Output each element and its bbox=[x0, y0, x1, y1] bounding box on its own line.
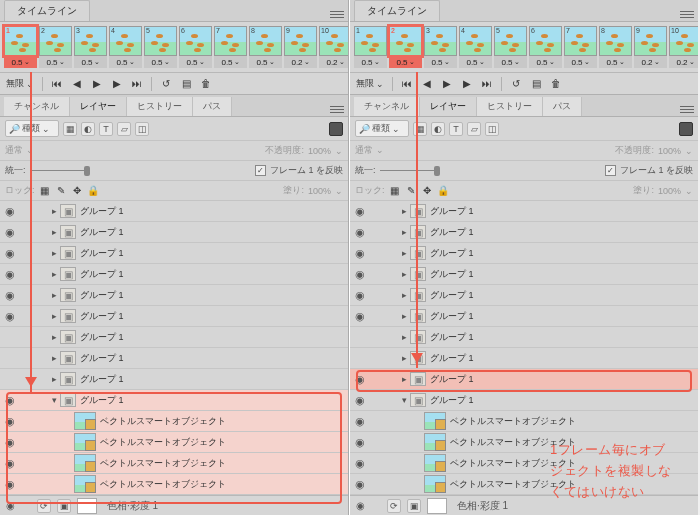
opacity-value[interactable]: 100% bbox=[658, 146, 681, 156]
disclosure-icon[interactable]: ▸ bbox=[398, 353, 410, 363]
tween-icon[interactable]: ↺ bbox=[510, 78, 522, 90]
layer-name[interactable]: グループ 1 bbox=[430, 394, 694, 407]
layer-name[interactable]: グループ 1 bbox=[430, 205, 694, 218]
tab-timeline[interactable]: タイムライン bbox=[4, 0, 90, 21]
timeline-frame[interactable]: 100.2⌄ bbox=[319, 26, 348, 68]
frame-duration[interactable]: 0.5⌄ bbox=[599, 56, 632, 68]
lock-transparent-icon[interactable]: ▦ bbox=[39, 185, 51, 197]
layer-smart-row[interactable]: ◉ベクトルスマートオブジェクト bbox=[0, 432, 348, 453]
prev-frame-icon[interactable]: ◀ bbox=[71, 78, 83, 90]
layer-group-row[interactable]: ◉▾▣グループ 1 bbox=[0, 390, 348, 411]
layer-name[interactable]: ベクトルスマートオブジェクト bbox=[450, 415, 694, 428]
panel-menu-icon[interactable] bbox=[330, 102, 344, 116]
frame-duration[interactable]: 0.5⌄ bbox=[564, 56, 597, 68]
visibility-toggle[interactable]: ◉ bbox=[0, 415, 20, 428]
visibility-toggle[interactable]: ◉ bbox=[350, 205, 370, 218]
blend-mode-dropdown[interactable]: 通常 ⌄ bbox=[355, 144, 384, 157]
visibility-toggle[interactable]: ◉ bbox=[350, 415, 370, 428]
play-icon[interactable]: ▶ bbox=[441, 78, 453, 90]
disclosure-icon[interactable]: ▸ bbox=[48, 332, 60, 342]
layer-smart-row[interactable]: ◉ベクトルスマートオブジェクト bbox=[0, 474, 348, 495]
frame-duration[interactable]: 0.5⌄ bbox=[39, 56, 72, 68]
frame-duration[interactable]: 0.5⌄ bbox=[424, 56, 457, 68]
layer-smart-row[interactable]: ◉ベクトルスマートオブジェクト bbox=[0, 411, 348, 432]
filter-pixel-icon[interactable]: ▦ bbox=[63, 122, 77, 136]
tab-channels[interactable]: チャンネル bbox=[354, 97, 420, 116]
disclosure-icon[interactable]: ▸ bbox=[48, 290, 60, 300]
disclosure-icon[interactable]: ▸ bbox=[48, 353, 60, 363]
new-frame-icon[interactable]: ▤ bbox=[530, 78, 542, 90]
link-icon[interactable]: ⟳ bbox=[37, 499, 51, 513]
opacity-value[interactable]: 100% bbox=[308, 146, 331, 156]
layer-group-row[interactable]: ◉▸▣グループ 1 bbox=[350, 285, 698, 306]
frame-duration[interactable]: 0.5⌄ bbox=[529, 56, 562, 68]
tab-paths[interactable]: パス bbox=[543, 97, 582, 116]
timeline-frame[interactable]: 100.2⌄ bbox=[669, 26, 698, 68]
tab-layers[interactable]: レイヤー bbox=[70, 97, 127, 116]
filter-toggle[interactable] bbox=[329, 122, 343, 136]
disclosure-icon[interactable]: ▸ bbox=[398, 227, 410, 237]
layer-group-row[interactable]: ▸▣グループ 1 bbox=[0, 369, 348, 390]
panel-menu-icon[interactable] bbox=[680, 7, 694, 21]
filter-adjust-icon[interactable]: ◐ bbox=[81, 122, 95, 136]
layer-name[interactable]: グループ 1 bbox=[80, 373, 344, 386]
layer-group-row[interactable]: ◉▸▣グループ 1 bbox=[0, 222, 348, 243]
timeline-frame[interactable]: 50.5⌄ bbox=[494, 26, 527, 68]
layer-group-row[interactable]: ◉▸▣グループ 1 bbox=[350, 264, 698, 285]
layer-group-row[interactable]: ◉▸▣グループ 1 bbox=[0, 264, 348, 285]
layer-group-row[interactable]: ◉▸▣グループ 1 bbox=[0, 243, 348, 264]
tab-paths[interactable]: パス bbox=[193, 97, 232, 116]
layer-group-row[interactable]: ◉▸▣グループ 1 bbox=[350, 243, 698, 264]
layer-name[interactable]: グループ 1 bbox=[80, 331, 344, 344]
disclosure-icon[interactable]: ▾ bbox=[398, 395, 410, 405]
layer-name[interactable]: グループ 1 bbox=[80, 226, 344, 239]
tab-timeline[interactable]: タイムライン bbox=[354, 0, 440, 21]
delete-frame-icon[interactable]: 🗑 bbox=[550, 78, 562, 90]
layer-group-row[interactable]: ◉▸▣グループ 1 bbox=[350, 369, 698, 390]
timeline-frame[interactable]: 30.5⌄ bbox=[74, 26, 107, 68]
filter-smart-icon[interactable]: ◫ bbox=[135, 122, 149, 136]
layer-group-row[interactable]: ◉▸▣グループ 1 bbox=[350, 306, 698, 327]
layer-name[interactable]: グループ 1 bbox=[80, 394, 344, 407]
disclosure-icon[interactable]: ▸ bbox=[398, 374, 410, 384]
hue-layer-name[interactable]: 色相·彩度 1 bbox=[457, 499, 508, 513]
layer-name[interactable]: グループ 1 bbox=[430, 247, 694, 260]
layer-group-row[interactable]: ◉▾▣グループ 1 bbox=[350, 390, 698, 411]
visibility-toggle[interactable]: ◉ bbox=[350, 373, 370, 386]
layer-name[interactable]: グループ 1 bbox=[430, 289, 694, 302]
frame-duration[interactable]: 0.5⌄ bbox=[494, 56, 527, 68]
timeline-frame[interactable]: 10.5⌄ bbox=[354, 26, 387, 68]
layer-group-row[interactable]: ◉▸▣グループ 1 bbox=[0, 306, 348, 327]
layer-name[interactable]: グループ 1 bbox=[430, 373, 694, 386]
panel-menu-icon[interactable] bbox=[330, 7, 344, 21]
disclosure-icon[interactable]: ▸ bbox=[48, 206, 60, 216]
layer-smart-row[interactable]: ◉ベクトルスマートオブジェクト bbox=[350, 411, 698, 432]
frame-duration[interactable]: 0.2⌄ bbox=[634, 56, 667, 68]
frame-duration[interactable]: 0.5⌄ bbox=[214, 56, 247, 68]
layer-name[interactable]: ベクトルスマートオブジェクト bbox=[100, 478, 344, 491]
timeline-frame[interactable]: 70.5⌄ bbox=[214, 26, 247, 68]
timeline-frame[interactable]: 80.5⌄ bbox=[249, 26, 282, 68]
filter-adjust-icon[interactable]: ◐ bbox=[431, 122, 445, 136]
layer-name[interactable]: グループ 1 bbox=[430, 268, 694, 281]
layer-name[interactable]: グループ 1 bbox=[80, 310, 344, 323]
first-frame-icon[interactable]: ⏮ bbox=[401, 78, 413, 90]
tween-icon[interactable]: ↺ bbox=[160, 78, 172, 90]
timeline-frame[interactable]: 30.5⌄ bbox=[424, 26, 457, 68]
visibility-toggle[interactable]: ◉ bbox=[0, 268, 20, 281]
frame1-checkbox[interactable]: ✓ bbox=[605, 165, 616, 176]
tab-layers[interactable]: レイヤー bbox=[420, 97, 477, 116]
disclosure-icon[interactable]: ▸ bbox=[398, 206, 410, 216]
visibility-toggle[interactable]: ◉ bbox=[0, 394, 20, 407]
layer-group-row[interactable]: ◉▸▣グループ 1 bbox=[0, 285, 348, 306]
visibility-toggle[interactable]: ◉ bbox=[350, 436, 370, 449]
disclosure-icon[interactable]: ▸ bbox=[48, 227, 60, 237]
frame-duration[interactable]: 0.5⌄ bbox=[249, 56, 282, 68]
visibility-toggle[interactable]: ◉ bbox=[350, 247, 370, 260]
filter-type-icon[interactable]: T bbox=[99, 122, 113, 136]
timeline-frame[interactable]: 50.5⌄ bbox=[144, 26, 177, 68]
frame-duration[interactable]: 0.5⌄ bbox=[389, 56, 422, 68]
last-frame-icon[interactable]: ⏭ bbox=[481, 78, 493, 90]
frame-duration[interactable]: 0.2⌄ bbox=[284, 56, 317, 68]
visibility-toggle[interactable]: ◉ bbox=[0, 289, 20, 302]
